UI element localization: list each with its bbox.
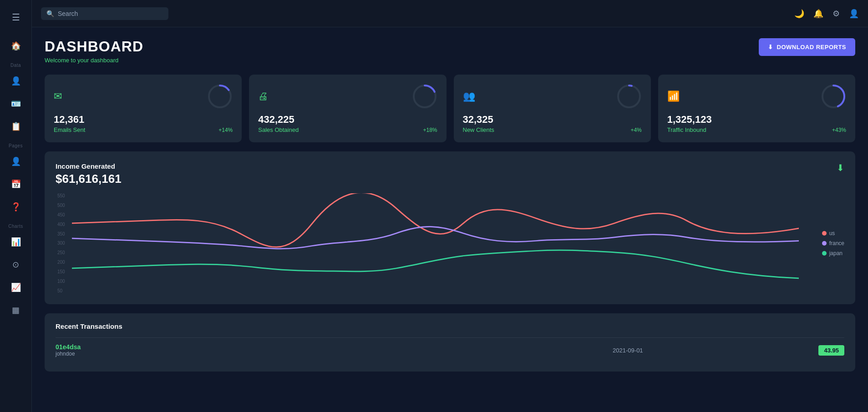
traffic-icon: 📶 — [667, 90, 680, 102]
main-area: 🔍 🌙 🔔 ⚙ 👤 DASHBOARD Welcome to your dash… — [32, 0, 868, 412]
sidebar-item-line-chart[interactable]: 📈 — [6, 278, 26, 297]
legend-us: us — [822, 230, 844, 236]
search-input[interactable] — [58, 10, 163, 17]
emails-progress-circle — [207, 84, 233, 109]
chart-download-icon[interactable]: ⬇ — [837, 162, 844, 173]
traffic-progress-circle — [821, 84, 846, 109]
legend-us-dot — [822, 231, 827, 236]
transaction-date: 2021-09-01 — [437, 347, 818, 354]
legend-france-dot — [822, 241, 827, 246]
sidebar-item-id[interactable]: 🪪 — [6, 94, 26, 113]
sales-label: Sales Obtained — [258, 126, 437, 133]
search-icon: 🔍 — [46, 10, 54, 17]
download-label: DOWNLOAD REPORTS — [777, 44, 846, 50]
hamburger-icon[interactable]: ☰ — [7, 7, 25, 27]
sales-icon: 🖨 — [258, 90, 268, 102]
download-reports-button[interactable]: ⬇ DOWNLOAD REPORTS — [759, 38, 855, 56]
traffic-value: 1,325,123 — [667, 114, 846, 126]
clients-value: 32,325 — [463, 114, 642, 126]
topbar-right: 🌙 🔔 ⚙ 👤 — [794, 9, 859, 19]
clients-icon: 👥 — [463, 90, 475, 102]
clients-progress-circle — [616, 84, 642, 109]
sidebar-section-pages: Pages — [9, 143, 23, 148]
topbar: 🔍 🌙 🔔 ⚙ 👤 — [32, 0, 868, 27]
transaction-amount: 43.95 — [818, 345, 844, 356]
transaction-info: 01e4dsa johndoe — [56, 343, 437, 357]
income-chart-svg — [56, 193, 844, 293]
chart-area: 550 500 450 400 350 300 250 200 150 100 … — [56, 193, 844, 293]
sidebar-item-pie-chart[interactable]: ⊙ — [6, 255, 26, 274]
emails-label: Emails Sent — [54, 126, 233, 133]
legend-japan-dot — [822, 251, 827, 256]
sidebar: ☰ 🏠 Data 👤 🪪 📋 Pages 👤 📅 ❓ Charts 📊 ⊙ 📈 … — [0, 0, 32, 412]
clients-change: +4% — [630, 127, 641, 133]
traffic-change: +43% — [832, 127, 846, 133]
sidebar-item-people[interactable]: 👤 — [6, 71, 26, 90]
svg-point-4 — [618, 85, 640, 107]
user-icon[interactable]: 👤 — [849, 9, 859, 19]
traffic-label: Traffic Inbound — [667, 126, 846, 133]
content: DASHBOARD Welcome to your dashboard ⬇ DO… — [32, 27, 868, 412]
legend-france: france — [822, 240, 844, 246]
legend-japan: japan — [822, 250, 844, 256]
settings-icon[interactable]: ⚙ — [832, 9, 840, 19]
stat-card-traffic: 📶 1,325,123 Traffic Inbound +43% — [658, 75, 855, 142]
title-block: DASHBOARD Welcome to your dashboard — [45, 38, 143, 64]
sidebar-item-profile[interactable]: 👤 — [6, 152, 26, 171]
email-icon: ✉ — [54, 90, 62, 102]
legend-japan-label: japan — [829, 250, 843, 256]
transaction-id: 01e4dsa — [56, 343, 437, 351]
sidebar-section-data: Data — [10, 63, 21, 68]
sidebar-item-list[interactable]: 📋 — [6, 117, 26, 136]
sidebar-item-help[interactable]: ❓ — [6, 197, 26, 216]
sidebar-item-calendar[interactable]: 📅 — [6, 175, 26, 194]
transaction-user: johndoe — [56, 351, 437, 357]
moon-icon[interactable]: 🌙 — [794, 9, 804, 19]
sidebar-item-table-chart[interactable]: ▦ — [6, 301, 26, 320]
legend-us-label: us — [829, 230, 835, 236]
chart-legend: us france japan — [822, 230, 844, 256]
chart-title: Income Generated — [56, 162, 844, 170]
legend-france-label: france — [829, 240, 844, 246]
download-icon: ⬇ — [768, 44, 773, 50]
sidebar-item-bar-chart[interactable]: 📊 — [6, 232, 26, 251]
sidebar-section-charts: Charts — [8, 224, 23, 229]
stat-card-emails: ✉ 12,361 Emails Sent +14% — [45, 75, 242, 142]
stat-cards: ✉ 12,361 Emails Sent +14% 🖨 — [45, 75, 855, 142]
stat-card-sales: 🖨 432,225 Sales Obtained +18% — [249, 75, 446, 142]
notification-icon[interactable]: 🔔 — [813, 9, 823, 19]
sales-change: +18% — [423, 127, 437, 133]
transactions-section: Recent Transactions 01e4dsa johndoe 2021… — [45, 313, 855, 372]
page-subtitle: Welcome to your dashboard — [45, 57, 143, 64]
income-chart-section: Income Generated $61,616,161 ⬇ 550 500 4… — [45, 151, 855, 304]
emails-value: 12,361 — [54, 114, 233, 126]
sales-value: 432,225 — [258, 114, 437, 126]
emails-change: +14% — [218, 127, 233, 133]
sales-progress-circle — [412, 84, 437, 109]
search-box[interactable]: 🔍 — [41, 7, 168, 20]
stat-card-clients: 👥 32,325 New Clients +4% — [454, 75, 651, 142]
chart-value: $61,616,161 — [56, 172, 844, 186]
table-row: 01e4dsa johndoe 2021-09-01 43.95 — [56, 337, 844, 362]
clients-label: New Clients — [463, 126, 642, 133]
page-title: DASHBOARD — [45, 38, 143, 55]
transactions-title: Recent Transactions — [56, 322, 844, 330]
sidebar-item-home[interactable]: 🏠 — [6, 36, 26, 55]
page-header: DASHBOARD Welcome to your dashboard ⬇ DO… — [45, 38, 855, 64]
y-axis-labels: 550 500 450 400 350 300 250 200 150 100 … — [56, 193, 67, 293]
